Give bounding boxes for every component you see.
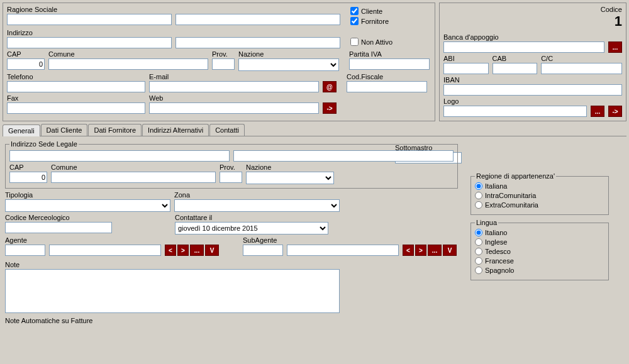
- cod-fiscale-input[interactable]: [347, 81, 427, 92]
- cab-input[interactable]: [493, 63, 538, 74]
- email-button[interactable]: @: [323, 81, 337, 92]
- subagente-v-button[interactable]: V: [443, 245, 457, 256]
- cliente-checkbox[interactable]: [350, 7, 359, 15]
- lingua-italiano-radio[interactable]: [475, 229, 482, 236]
- nazione-select[interactable]: [238, 58, 339, 71]
- nazione-label: Nazione: [238, 50, 339, 58]
- lingua-spagnolo-radio[interactable]: [475, 267, 482, 274]
- tab-indirizzi-alternativi[interactable]: Indirizzi Alternativi: [142, 124, 209, 136]
- agente-browse-button[interactable]: ...: [190, 245, 204, 256]
- indirizzo-label: Indirizzo: [7, 29, 340, 36]
- sede-prov-label: Prov.: [220, 163, 242, 171]
- sede-nazione-label: Nazione: [246, 163, 334, 171]
- codice-value: 1: [443, 13, 622, 30]
- agente-code-input[interactable]: [5, 245, 45, 256]
- ragione-sociale-input-1[interactable]: [7, 14, 172, 25]
- logo-label: Logo: [443, 97, 622, 105]
- agente-prev-button[interactable]: <: [165, 245, 176, 256]
- lingua-inglese-label: Inglese: [485, 238, 507, 246]
- banca-browse-button[interactable]: ...: [608, 41, 622, 53]
- banca-input[interactable]: [443, 41, 604, 53]
- cc-input[interactable]: [541, 63, 622, 74]
- lingua-group: Lingua Italiano Inglese Tedesco Francese…: [470, 219, 609, 280]
- zona-select[interactable]: [174, 199, 340, 212]
- prov-input[interactable]: [212, 58, 235, 70]
- contattare-select[interactable]: giovedì 10 dicembre 2015: [175, 222, 328, 234]
- telefono-label: Telefono: [7, 73, 145, 80]
- anagrafica-panel: Ragione Sociale Cliente Fornitore Indiri…: [3, 3, 435, 121]
- iban-label: IBAN: [443, 76, 622, 84]
- tipologia-label: Tipologia: [5, 191, 170, 199]
- fax-input[interactable]: [7, 102, 145, 114]
- logo-input[interactable]: [443, 106, 587, 117]
- regione-intra-radio[interactable]: [475, 192, 482, 199]
- partita-iva-input[interactable]: [349, 58, 430, 70]
- logo-goto-button[interactable]: ->: [608, 106, 622, 117]
- lingua-tedesco-label: Tedesco: [485, 248, 511, 255]
- agente-v-button[interactable]: V: [205, 245, 219, 256]
- subagente-prev-button[interactable]: <: [403, 245, 414, 256]
- sede-legale-group: Indirizzo Sede Legale CAP Comune: [5, 140, 458, 189]
- cab-label: CAB: [493, 55, 538, 62]
- agente-next-button[interactable]: >: [177, 245, 189, 256]
- prov-label: Prov.: [212, 50, 235, 58]
- non-attivo-checkbox[interactable]: [350, 38, 359, 46]
- subagente-name-input[interactable]: [287, 245, 399, 256]
- web-input[interactable]: [149, 102, 319, 114]
- sede-cap-input[interactable]: [9, 172, 47, 183]
- ragione-sociale-label: Ragione Sociale: [7, 6, 340, 13]
- partita-iva-label: Partita IVA: [349, 50, 430, 58]
- regione-italiana-radio[interactable]: [475, 182, 482, 190]
- sede-legale-input-2[interactable]: [233, 150, 454, 162]
- subagente-next-button[interactable]: >: [415, 245, 426, 256]
- fax-label: Fax: [7, 94, 145, 102]
- web-goto-button[interactable]: ->: [323, 102, 337, 114]
- tab-generali[interactable]: Generali: [3, 124, 40, 136]
- sede-cap-label: CAP: [9, 163, 47, 171]
- subagente-code-input[interactable]: [243, 245, 283, 256]
- abi-input[interactable]: [443, 63, 489, 74]
- sede-prov-input[interactable]: [220, 172, 242, 183]
- subagente-browse-button[interactable]: ...: [428, 245, 442, 256]
- indirizzo-input-1[interactable]: [7, 37, 172, 48]
- sede-nazione-select[interactable]: [246, 172, 334, 184]
- agente-label: Agente: [5, 236, 219, 244]
- sede-comune-label: Comune: [51, 163, 216, 171]
- agente-name-input[interactable]: [49, 245, 161, 256]
- zona-label: Zona: [174, 191, 340, 199]
- email-label: E-mail: [149, 73, 319, 80]
- telefono-input[interactable]: [7, 81, 145, 92]
- tab-bar: Generali Dati Cliente Dati Fornitore Ind…: [3, 124, 626, 136]
- tab-dati-fornitore[interactable]: Dati Fornitore: [88, 124, 142, 136]
- codice-merc-input[interactable]: [5, 222, 112, 233]
- lingua-francese-radio[interactable]: [475, 257, 482, 265]
- tab-dati-cliente[interactable]: Dati Cliente: [41, 124, 88, 136]
- subagente-label: SubAgente: [243, 236, 457, 244]
- regione-extra-radio[interactable]: [475, 201, 482, 209]
- email-input[interactable]: [149, 81, 319, 92]
- comune-input[interactable]: [48, 58, 208, 70]
- banca-label: Banca d'appoggio: [443, 33, 622, 41]
- note-auto-label: Note Automatiche su Fatture: [5, 317, 340, 324]
- note-textarea[interactable]: [5, 269, 340, 313]
- fornitore-checkbox[interactable]: [350, 17, 359, 25]
- codice-label: Codice: [443, 6, 622, 13]
- sede-legale-input-1[interactable]: [9, 150, 230, 162]
- logo-browse-button[interactable]: ...: [591, 106, 604, 117]
- tipologia-select[interactable]: [5, 199, 170, 212]
- cliente-label: Cliente: [361, 8, 382, 15]
- ragione-sociale-input-2[interactable]: [175, 14, 340, 25]
- tab-contatti[interactable]: Contatti: [209, 124, 245, 136]
- comune-label: Comune: [48, 50, 208, 58]
- iban-input[interactable]: [443, 84, 622, 96]
- bank-panel: Codice 1 Banca d'appoggio ... ABI CAB C/…: [439, 3, 626, 121]
- lingua-inglese-radio[interactable]: [475, 238, 482, 246]
- fornitore-label: Fornitore: [361, 18, 389, 25]
- contattare-label: Contattare il: [175, 214, 328, 221]
- lingua-tedesco-radio[interactable]: [475, 248, 482, 255]
- cap-input[interactable]: [7, 58, 45, 70]
- note-label: Note: [5, 261, 340, 268]
- indirizzo-input-2[interactable]: [175, 37, 340, 48]
- sede-comune-input[interactable]: [51, 172, 216, 183]
- cc-label: C/C: [541, 55, 622, 62]
